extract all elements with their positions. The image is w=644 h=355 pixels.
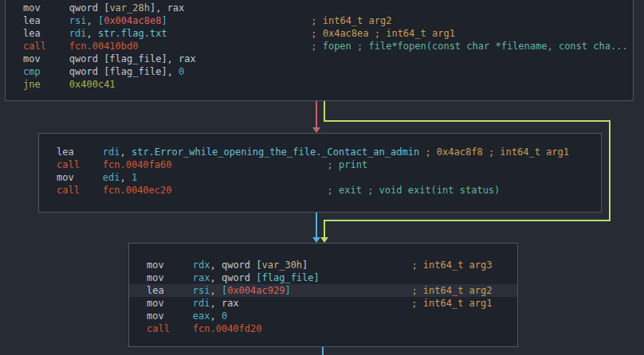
asm-token: qword [flag_file], (41, 66, 179, 77)
asm-token: mov qword [ (23, 2, 109, 14)
asm-line[interactable]: call fcn.0040ec20 ; exit ; void exit(int… (39, 184, 601, 197)
asm-token: ; int64_t arg2 (311, 15, 391, 26)
asm-token: , (120, 146, 131, 158)
arrowhead-true-branch (320, 237, 328, 243)
asm-token: 0x004ac929 (227, 285, 285, 296)
edge-true-branch (324, 220, 611, 221)
asm-token: call fcn.00410bd0 (23, 41, 139, 52)
asm-token: 0 (222, 310, 227, 322)
asm-token: var_28h (109, 2, 150, 14)
asm-token: , (120, 172, 131, 183)
asm-line[interactable]: call fcn.00410bd0 ; fopen ; file*fopen(c… (6, 40, 633, 53)
asm-line[interactable]: jne 0x400c41 (6, 78, 633, 91)
asm-token (291, 285, 412, 296)
asm-line-selected[interactable]: lea rsi, [0x004ac929] ; int64_t arg2 (129, 284, 517, 297)
asm-line[interactable]: mov rax, qword [flag_file] (129, 271, 517, 284)
asm-token: , qword [ (210, 259, 261, 271)
asm-line[interactable]: lea rsi, [0x004ac8e8] ; int64_t arg2 (6, 14, 633, 27)
asm-token: 1 (132, 172, 137, 183)
asm-token: ; int64_t arg2 (411, 285, 492, 296)
asm-token: ; 0x4ac8f8 ; int64_t arg1 (425, 146, 569, 158)
asm-token: lea (57, 146, 103, 158)
asm-line[interactable]: lea rdi, str.flag.txt ; 0x4ac8ea ; int64… (6, 27, 633, 40)
basic-block-code: lea rdi, str.Error_while_opening_the_fil… (39, 134, 601, 197)
asm-token: eax (193, 310, 210, 322)
edge-false-branch (316, 101, 317, 129)
asm-token (308, 259, 411, 271)
arrowhead-unconditional (312, 237, 320, 243)
asm-line[interactable]: mov edi, 1 (39, 171, 601, 184)
edge-unconditional (316, 213, 317, 238)
basic-block-code: mov qword [var_28h], raxlea rsi, [0x004a… (6, 0, 633, 91)
asm-token: lea (147, 285, 193, 296)
basic-block-code: mov rdx, qword [var_30h] ; int64_t arg3m… (129, 244, 517, 335)
asm-token: mov qword [flag_file], rax (23, 53, 196, 64)
asm-token (167, 28, 312, 39)
asm-token: var_30h (262, 259, 303, 271)
asm-token: str.Error_while_opening_the_file._Contac… (132, 146, 419, 158)
asm-token: mov (147, 259, 193, 271)
asm-token: call fcn.0040ec20 (57, 185, 172, 196)
asm-token: [flag_file] (256, 272, 319, 283)
asm-token: ], rax (150, 2, 184, 14)
asm-token: , (86, 28, 97, 39)
asm-token (139, 41, 312, 52)
asm-token: rdi (193, 298, 210, 309)
asm-line[interactable]: mov rdi, rax ; int64_t arg1 (129, 297, 517, 310)
asm-token: rdi (103, 146, 120, 158)
asm-token: lea (23, 15, 69, 26)
asm-line[interactable]: mov qword [var_28h], rax (6, 2, 633, 14)
asm-line[interactable]: mov qword [flag_file], rax (6, 53, 633, 65)
asm-token: ; 0x4ac8ea ; int64_t arg1 (311, 28, 455, 39)
asm-line[interactable]: call fcn.0040fa60 ; print (39, 158, 601, 171)
asm-token: rsi (69, 15, 87, 26)
asm-token: 0 (179, 66, 184, 77)
asm-token: rdx (193, 259, 210, 271)
asm-token (172, 159, 328, 170)
asm-token: mov (147, 310, 193, 322)
asm-token: jne 0x400c41 (23, 79, 116, 90)
asm-token: ; int64_t arg1 (411, 298, 492, 309)
edge-block-exit (322, 347, 324, 355)
asm-token (239, 298, 412, 309)
basic-block-entry[interactable]: mov qword [var_28h], raxlea rsi, [0x004a… (5, 0, 634, 101)
asm-token: , qword (210, 272, 256, 283)
asm-token: str.flag.txt (98, 28, 167, 39)
asm-token: call fcn.0040fa60 (57, 159, 172, 170)
asm-token: ; fopen ; file*fopen(const char *filenam… (311, 41, 627, 52)
asm-token: mov (147, 298, 193, 309)
asm-line[interactable]: call fcn.0040fd20 (129, 322, 517, 335)
edge-true-branch (324, 101, 325, 122)
asm-token: rdi (69, 28, 87, 39)
asm-token: ] (285, 285, 290, 296)
asm-token: 0x004ac8e8 (104, 15, 161, 26)
asm-line[interactable]: lea rdi, str.Error_while_opening_the_fil… (39, 146, 601, 158)
asm-token: call fcn.0040fd20 (147, 323, 262, 334)
asm-token: mov (57, 172, 103, 183)
edge-true-branch (324, 220, 325, 238)
edge-true-branch (324, 120, 611, 122)
asm-token: , rax (210, 298, 238, 309)
asm-token: rsi (193, 285, 210, 296)
asm-token: , (210, 310, 221, 322)
asm-token: ; int64_t arg3 (411, 259, 492, 271)
asm-token: ; print (328, 159, 368, 170)
asm-line[interactable]: cmp qword [flag_file], 0 (6, 65, 633, 78)
asm-token: cmp (23, 66, 41, 77)
asm-token: , (210, 285, 221, 296)
asm-token (172, 185, 328, 196)
disassembly-graph-view: mov qword [var_28h], raxlea rsi, [0x004a… (0, 0, 644, 355)
basic-block-error[interactable]: lea rdi, str.Error_while_opening_the_fil… (38, 133, 602, 213)
arrowhead-false-branch (312, 127, 320, 133)
asm-line[interactable]: mov eax, 0 (129, 310, 517, 322)
edge-true-branch (609, 120, 611, 221)
asm-token: edi (103, 172, 120, 183)
asm-token: , (86, 15, 97, 26)
asm-line[interactable]: mov rdx, qword [var_30h] ; int64_t arg3 (129, 259, 517, 271)
asm-token (167, 15, 312, 26)
asm-token: mov (147, 272, 193, 283)
asm-token: ] (161, 15, 167, 26)
basic-block-print-flag[interactable]: mov rdx, qword [var_30h] ; int64_t arg3m… (128, 243, 518, 347)
asm-token: rax (193, 272, 210, 283)
asm-token: ; exit ; void exit(int status) (328, 185, 501, 196)
